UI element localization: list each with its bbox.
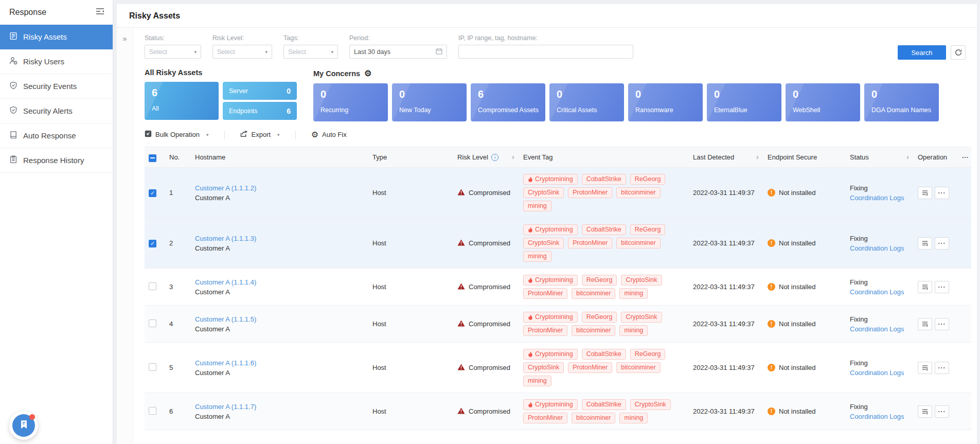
row-no: 3: [165, 269, 191, 306]
fix-operation-button[interactable]: [918, 318, 932, 330]
stat-card-all[interactable]: 6 All: [145, 82, 219, 120]
more-operations-button[interactable]: ···: [935, 362, 949, 374]
fix-operation-button[interactable]: [918, 237, 932, 250]
column-settings-icon[interactable]: ···: [962, 153, 969, 161]
sidebar-item-auto-response[interactable]: Auto Response: [0, 123, 113, 148]
sidebar-item-response-history[interactable]: Response History: [0, 148, 113, 173]
more-operations-button[interactable]: ···: [935, 405, 949, 418]
stat-value: 6: [478, 88, 538, 100]
table-row: 6 Customer A (1.1.1.7) Customer A Host C…: [145, 393, 971, 430]
fix-operation-button[interactable]: [918, 405, 932, 418]
concern-stat-card[interactable]: 6 Compromised Assets: [471, 83, 545, 121]
coordination-logs-link[interactable]: Coordination Logs: [850, 413, 904, 420]
stat-card-endpoints[interactable]: Endpoints 6: [223, 102, 297, 120]
sort-icon[interactable]: ▲▼: [756, 155, 759, 159]
event-tag-pill: bitcoinminer: [572, 288, 615, 299]
hostname-link[interactable]: Customer A (1.1.1.5): [195, 315, 256, 323]
endpoint-secure-label: Not installed: [779, 239, 816, 247]
search-button[interactable]: Search: [898, 45, 946, 60]
event-tag-pill: bitcoinminer: [616, 238, 660, 248]
stat-card-server[interactable]: Server 0: [223, 82, 297, 100]
fix-operation-button[interactable]: [918, 281, 932, 293]
endpoint-secure-label: Not installed: [779, 320, 816, 328]
risk-level-select[interactable]: Select ▾: [212, 45, 272, 59]
row-checkbox[interactable]: [149, 240, 156, 247]
period-select[interactable]: Last 30 days: [349, 45, 447, 59]
sidebar-item-security-events[interactable]: Security Events: [0, 74, 113, 99]
export-button[interactable]: Export ▾: [240, 130, 280, 139]
sidebar-collapse-icon[interactable]: [96, 8, 104, 17]
hostname-link[interactable]: Customer A (1.1.1.7): [195, 403, 256, 411]
fix-operation-button[interactable]: [918, 187, 932, 199]
event-tag-pill: Cryptomining: [523, 224, 578, 235]
stat-value: 0: [714, 88, 774, 100]
fix-operation-button[interactable]: [918, 362, 932, 374]
select-all-checkbox[interactable]: [149, 154, 156, 162]
coordination-logs-link[interactable]: Coordination Logs: [850, 325, 904, 333]
coordination-logs-link[interactable]: Coordination Logs: [850, 369, 904, 377]
risk-warning-triangle-icon: [457, 239, 465, 247]
event-tag-pill: CryptoSink: [621, 275, 662, 286]
info-icon[interactable]: i: [491, 154, 498, 161]
more-operations-button[interactable]: ···: [935, 281, 949, 293]
concern-stat-card[interactable]: 0 WebShell: [786, 83, 860, 121]
row-checkbox[interactable]: [149, 319, 156, 327]
event-tag-pill: bitcoinminer: [572, 325, 615, 336]
event-tags: CryptominingCobaltStrikeReGeorgCryptoSin…: [523, 174, 685, 211]
hostname-link[interactable]: Customer A (1.1.1.3): [195, 235, 256, 242]
type-cell: Host: [368, 393, 453, 430]
coordination-logs-link[interactable]: Coordination Logs: [850, 244, 904, 252]
row-checkbox[interactable]: [149, 189, 156, 197]
hostname-link[interactable]: Customer A (1.1.1.4): [195, 278, 256, 286]
concern-stat-card[interactable]: 0 EternalBlue: [707, 83, 781, 121]
risk-warning-triangle-icon: [457, 320, 465, 328]
event-tag-pill: CobaltStrike: [582, 399, 626, 410]
flame-icon: [528, 277, 533, 283]
type-cell: Host: [368, 269, 453, 306]
coordination-logs-link[interactable]: Coordination Logs: [850, 194, 904, 202]
concern-stat-card[interactable]: 0 DGA Domain Names: [864, 83, 939, 121]
table-row: 5 Customer A (1.1.1.6) Customer A Host C…: [145, 343, 971, 393]
event-tag-pill: CobaltStrike: [582, 349, 626, 360]
expand-panel-icon[interactable]: »: [122, 34, 127, 43]
table-header-row: No. Hostname Type Risk Level i ▲▼ Event …: [145, 147, 971, 168]
tags-select[interactable]: Select ▾: [283, 45, 338, 59]
sort-icon[interactable]: ▲▼: [511, 155, 515, 159]
risk-warning-triangle-icon: [457, 189, 465, 197]
more-operations-button[interactable]: ···: [935, 187, 949, 199]
ip-search-input[interactable]: [458, 45, 633, 59]
event-tag-pill: ProtonMiner: [568, 238, 612, 248]
concern-cards: 0 Recurring 0 New Today 6 Compromised As…: [313, 83, 939, 121]
concerns-settings-gear-icon[interactable]: ⚙: [364, 68, 371, 78]
concern-stat-card[interactable]: 0 Ransomware: [628, 83, 703, 121]
stat-value: 0: [635, 88, 696, 100]
sidebar-item-risky-assets[interactable]: Risky Assets: [0, 25, 113, 49]
event-tag-pill: Cryptomining: [523, 399, 578, 410]
more-operations-button[interactable]: ···: [935, 237, 949, 250]
concern-stat-card[interactable]: 0 Recurring: [313, 83, 388, 121]
coordination-logs-link[interactable]: Coordination Logs: [850, 288, 904, 296]
more-operations-button[interactable]: ···: [935, 318, 949, 330]
status-text: Fixing: [850, 315, 910, 323]
row-checkbox[interactable]: [149, 407, 156, 415]
refresh-button[interactable]: [951, 45, 966, 60]
shield-check-icon: [9, 106, 17, 116]
auto-fix-button[interactable]: ⚙ Auto Fix: [311, 130, 347, 139]
hostname-link[interactable]: Customer A (1.1.1.6): [195, 359, 256, 367]
status-select[interactable]: Select ▾: [145, 45, 201, 59]
sidebar-item-security-alerts[interactable]: Security Alerts: [0, 99, 113, 123]
bulk-operation-button[interactable]: Bulk Operation ▾: [145, 130, 209, 139]
concern-stat-card[interactable]: 0 New Today: [392, 83, 467, 121]
concern-stat-card[interactable]: 0 Critical Assets: [549, 83, 624, 121]
sort-icon[interactable]: ▲▼: [906, 155, 910, 159]
last-detected: 2022-03-31 11:49:37: [689, 269, 763, 306]
event-tags: CryptominingCobaltStrikeReGeorgCryptoSin…: [523, 224, 685, 262]
sidebar-item-risky-users[interactable]: Risky Users: [0, 49, 113, 74]
hostname-link[interactable]: Customer A (1.1.1.2): [195, 184, 256, 192]
feedback-floating-button[interactable]: [9, 411, 38, 440]
row-checkbox[interactable]: [149, 282, 156, 290]
event-tags: CryptominingCobaltStrikeCryptoSinkProton…: [523, 399, 685, 423]
chevron-down-icon: ▾: [206, 132, 209, 137]
tags-filter-label: Tags:: [283, 34, 338, 42]
row-checkbox[interactable]: [149, 363, 156, 371]
